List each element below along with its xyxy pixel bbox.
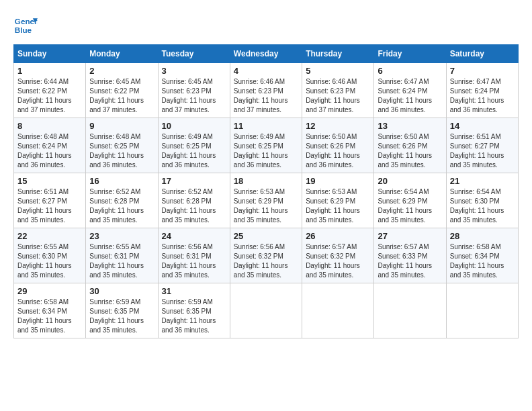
day-cell-21: 21 Sunrise: 6:54 AM Sunset: 6:30 PM Dayl… xyxy=(446,173,518,228)
day-cell-12: 12 Sunrise: 6:50 AM Sunset: 6:26 PM Dayl… xyxy=(302,118,374,173)
day-cell-17: 17 Sunrise: 6:52 AM Sunset: 6:28 PM Dayl… xyxy=(158,173,230,228)
day-cell-13: 13 Sunrise: 6:50 AM Sunset: 6:26 PM Dayl… xyxy=(374,118,446,173)
day-cell-20: 20 Sunrise: 6:54 AM Sunset: 6:29 PM Dayl… xyxy=(374,173,446,228)
empty-cell xyxy=(302,283,374,338)
day-cell-2: 2 Sunrise: 6:45 AM Sunset: 6:22 PM Dayli… xyxy=(86,63,158,118)
day-cell-31: 31 Sunrise: 6:59 AM Sunset: 6:35 PM Dayl… xyxy=(158,283,230,338)
day-number: 17 xyxy=(162,176,226,186)
day-header-sunday: Sunday xyxy=(14,45,86,63)
day-number: 15 xyxy=(17,176,82,186)
day-number: 21 xyxy=(450,176,515,186)
empty-cell xyxy=(374,283,446,338)
calendar-week-4: 22 Sunrise: 6:55 AM Sunset: 6:30 PM Dayl… xyxy=(14,228,519,283)
day-info: Sunrise: 6:50 AM Sunset: 6:26 PM Dayligh… xyxy=(378,132,442,170)
day-cell-24: 24 Sunrise: 6:56 AM Sunset: 6:31 PM Dayl… xyxy=(158,228,230,283)
calendar-week-2: 8 Sunrise: 6:48 AM Sunset: 6:24 PM Dayli… xyxy=(14,118,519,173)
page-header: General Blue xyxy=(13,13,519,38)
day-number: 25 xyxy=(234,231,298,241)
day-info: Sunrise: 6:53 AM Sunset: 6:29 PM Dayligh… xyxy=(234,187,298,225)
day-cell-11: 11 Sunrise: 6:49 AM Sunset: 6:25 PM Dayl… xyxy=(230,118,302,173)
day-number: 11 xyxy=(234,121,298,131)
day-header-wednesday: Wednesday xyxy=(230,45,302,63)
day-info: Sunrise: 6:46 AM Sunset: 6:23 PM Dayligh… xyxy=(306,77,370,115)
day-info: Sunrise: 6:52 AM Sunset: 6:28 PM Dayligh… xyxy=(89,187,154,225)
day-info: Sunrise: 6:45 AM Sunset: 6:22 PM Dayligh… xyxy=(89,77,154,115)
day-number: 29 xyxy=(17,286,82,296)
day-info: Sunrise: 6:54 AM Sunset: 6:29 PM Dayligh… xyxy=(378,187,442,225)
day-info: Sunrise: 6:59 AM Sunset: 6:35 PM Dayligh… xyxy=(162,298,226,335)
day-info: Sunrise: 6:46 AM Sunset: 6:23 PM Dayligh… xyxy=(234,77,298,115)
day-cell-27: 27 Sunrise: 6:57 AM Sunset: 6:33 PM Dayl… xyxy=(374,228,446,283)
day-cell-18: 18 Sunrise: 6:53 AM Sunset: 6:29 PM Dayl… xyxy=(230,173,302,228)
day-cell-30: 30 Sunrise: 6:59 AM Sunset: 6:35 PM Dayl… xyxy=(86,283,158,338)
day-cell-28: 28 Sunrise: 6:58 AM Sunset: 6:34 PM Dayl… xyxy=(446,228,518,283)
day-cell-16: 16 Sunrise: 6:52 AM Sunset: 6:28 PM Dayl… xyxy=(86,173,158,228)
day-number: 23 xyxy=(89,231,154,241)
day-cell-29: 29 Sunrise: 6:58 AM Sunset: 6:34 PM Dayl… xyxy=(14,283,86,338)
calendar-table: SundayMondayTuesdayWednesdayThursdayFrid… xyxy=(13,44,519,338)
day-info: Sunrise: 6:59 AM Sunset: 6:35 PM Dayligh… xyxy=(89,298,154,335)
day-number: 19 xyxy=(306,176,370,186)
logo-icon: General Blue xyxy=(13,13,38,38)
day-cell-26: 26 Sunrise: 6:57 AM Sunset: 6:32 PM Dayl… xyxy=(302,228,374,283)
day-number: 27 xyxy=(378,231,442,241)
day-info: Sunrise: 6:53 AM Sunset: 6:29 PM Dayligh… xyxy=(306,187,370,225)
day-number: 12 xyxy=(306,121,370,131)
day-cell-5: 5 Sunrise: 6:46 AM Sunset: 6:23 PM Dayli… xyxy=(302,63,374,118)
day-cell-23: 23 Sunrise: 6:55 AM Sunset: 6:31 PM Dayl… xyxy=(86,228,158,283)
day-header-saturday: Saturday xyxy=(446,45,518,63)
day-number: 20 xyxy=(378,176,442,186)
empty-cell xyxy=(230,283,302,338)
day-info: Sunrise: 6:52 AM Sunset: 6:28 PM Dayligh… xyxy=(162,187,226,225)
day-cell-3: 3 Sunrise: 6:45 AM Sunset: 6:23 PM Dayli… xyxy=(158,63,230,118)
day-cell-14: 14 Sunrise: 6:51 AM Sunset: 6:27 PM Dayl… xyxy=(446,118,518,173)
calendar-header-row: SundayMondayTuesdayWednesdayThursdayFrid… xyxy=(14,45,519,63)
day-cell-25: 25 Sunrise: 6:56 AM Sunset: 6:32 PM Dayl… xyxy=(230,228,302,283)
day-info: Sunrise: 6:57 AM Sunset: 6:33 PM Dayligh… xyxy=(378,242,442,280)
day-cell-6: 6 Sunrise: 6:47 AM Sunset: 6:24 PM Dayli… xyxy=(374,63,446,118)
day-cell-22: 22 Sunrise: 6:55 AM Sunset: 6:30 PM Dayl… xyxy=(14,228,86,283)
day-number: 26 xyxy=(306,231,370,241)
day-cell-1: 1 Sunrise: 6:44 AM Sunset: 6:22 PM Dayli… xyxy=(14,63,86,118)
day-info: Sunrise: 6:48 AM Sunset: 6:24 PM Dayligh… xyxy=(17,132,82,170)
day-header-friday: Friday xyxy=(374,45,446,63)
day-header-thursday: Thursday xyxy=(302,45,374,63)
day-number: 3 xyxy=(162,66,226,76)
day-cell-4: 4 Sunrise: 6:46 AM Sunset: 6:23 PM Dayli… xyxy=(230,63,302,118)
day-number: 4 xyxy=(234,66,298,76)
day-info: Sunrise: 6:58 AM Sunset: 6:34 PM Dayligh… xyxy=(17,298,82,335)
day-info: Sunrise: 6:57 AM Sunset: 6:32 PM Dayligh… xyxy=(306,242,370,280)
day-number: 30 xyxy=(89,286,154,296)
day-number: 24 xyxy=(162,231,226,241)
day-number: 14 xyxy=(450,121,515,131)
day-cell-10: 10 Sunrise: 6:49 AM Sunset: 6:25 PM Dayl… xyxy=(158,118,230,173)
day-number: 10 xyxy=(162,121,226,131)
calendar-week-5: 29 Sunrise: 6:58 AM Sunset: 6:34 PM Dayl… xyxy=(14,283,519,338)
logo: General Blue xyxy=(13,13,38,38)
day-number: 22 xyxy=(17,231,82,241)
day-info: Sunrise: 6:55 AM Sunset: 6:30 PM Dayligh… xyxy=(17,242,82,280)
day-info: Sunrise: 6:48 AM Sunset: 6:25 PM Dayligh… xyxy=(89,132,154,170)
svg-text:Blue: Blue xyxy=(15,26,32,34)
day-info: Sunrise: 6:49 AM Sunset: 6:25 PM Dayligh… xyxy=(162,132,226,170)
day-number: 13 xyxy=(378,121,442,131)
day-info: Sunrise: 6:51 AM Sunset: 6:27 PM Dayligh… xyxy=(450,132,515,170)
day-cell-7: 7 Sunrise: 6:47 AM Sunset: 6:24 PM Dayli… xyxy=(446,63,518,118)
day-header-monday: Monday xyxy=(86,45,158,63)
day-info: Sunrise: 6:47 AM Sunset: 6:24 PM Dayligh… xyxy=(378,77,442,115)
day-number: 9 xyxy=(89,121,154,131)
day-info: Sunrise: 6:44 AM Sunset: 6:22 PM Dayligh… xyxy=(17,77,82,115)
day-cell-19: 19 Sunrise: 6:53 AM Sunset: 6:29 PM Dayl… xyxy=(302,173,374,228)
day-info: Sunrise: 6:56 AM Sunset: 6:32 PM Dayligh… xyxy=(234,242,298,280)
day-cell-8: 8 Sunrise: 6:48 AM Sunset: 6:24 PM Dayli… xyxy=(14,118,86,173)
day-info: Sunrise: 6:55 AM Sunset: 6:31 PM Dayligh… xyxy=(89,242,154,280)
day-info: Sunrise: 6:54 AM Sunset: 6:30 PM Dayligh… xyxy=(450,187,515,225)
empty-cell xyxy=(446,283,518,338)
day-cell-15: 15 Sunrise: 6:51 AM Sunset: 6:27 PM Dayl… xyxy=(14,173,86,228)
day-info: Sunrise: 6:45 AM Sunset: 6:23 PM Dayligh… xyxy=(162,77,226,115)
day-info: Sunrise: 6:49 AM Sunset: 6:25 PM Dayligh… xyxy=(234,132,298,170)
day-info: Sunrise: 6:50 AM Sunset: 6:26 PM Dayligh… xyxy=(306,132,370,170)
svg-text:General: General xyxy=(15,17,38,26)
day-number: 2 xyxy=(89,66,154,76)
day-number: 7 xyxy=(450,66,515,76)
